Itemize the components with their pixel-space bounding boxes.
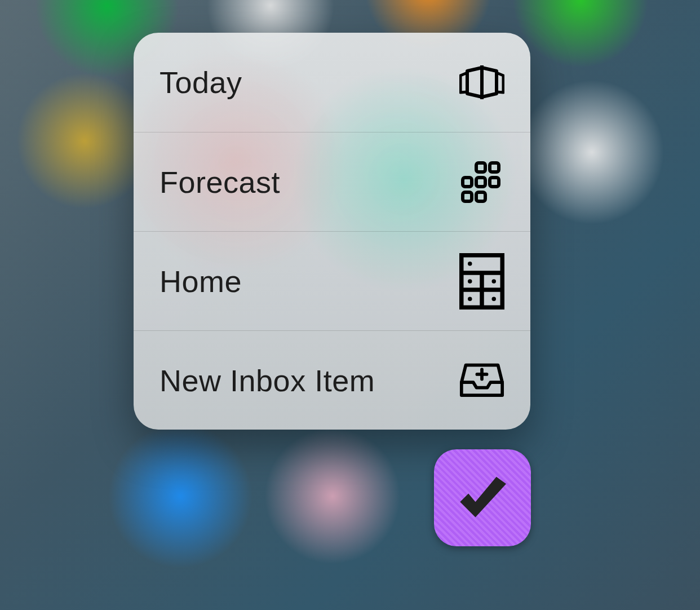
quick-action-menu: Today Forecast bbox=[134, 33, 530, 430]
new-inbox-icon bbox=[459, 358, 504, 403]
svg-rect-4 bbox=[490, 178, 499, 187]
menu-item-today[interactable]: Today bbox=[134, 33, 530, 132]
svg-rect-1 bbox=[490, 163, 499, 172]
svg-rect-2 bbox=[463, 178, 472, 187]
home-screen-background: Today Forecast bbox=[0, 0, 700, 610]
svg-point-11 bbox=[468, 262, 472, 266]
omnifocus-app-icon[interactable] bbox=[434, 449, 531, 546]
today-panels-icon bbox=[459, 60, 504, 105]
checkmark-icon bbox=[460, 477, 506, 518]
home-project-icon bbox=[459, 259, 504, 304]
menu-item-label: New Inbox Item bbox=[160, 363, 375, 398]
svg-point-14 bbox=[468, 297, 472, 301]
svg-rect-5 bbox=[463, 192, 472, 201]
menu-item-label: Home bbox=[160, 264, 242, 299]
svg-rect-6 bbox=[476, 192, 485, 201]
svg-point-12 bbox=[468, 279, 472, 284]
menu-item-label: Today bbox=[160, 65, 242, 100]
svg-rect-0 bbox=[476, 163, 485, 172]
svg-point-15 bbox=[492, 297, 497, 301]
menu-item-label: Forecast bbox=[160, 165, 280, 200]
menu-item-home[interactable]: Home bbox=[134, 231, 530, 330]
menu-item-new-inbox[interactable]: New Inbox Item bbox=[134, 330, 530, 430]
svg-point-13 bbox=[492, 279, 497, 284]
forecast-grid-icon bbox=[459, 160, 504, 205]
svg-rect-3 bbox=[476, 178, 485, 187]
menu-item-forecast[interactable]: Forecast bbox=[134, 132, 530, 231]
